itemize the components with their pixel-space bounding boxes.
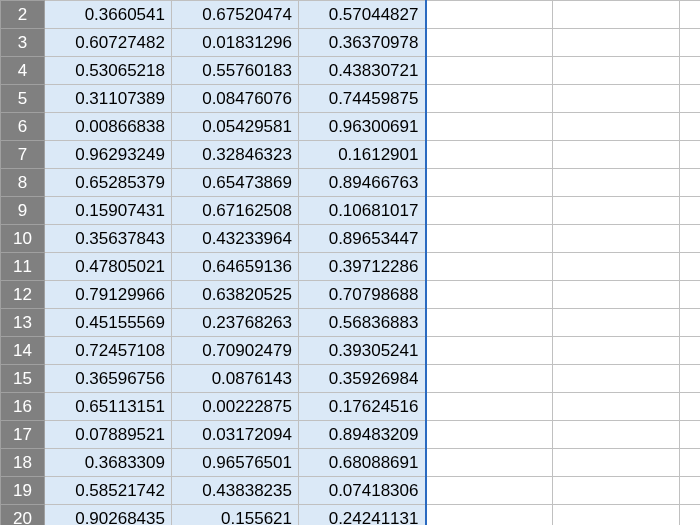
cell-empty[interactable]	[426, 337, 553, 365]
cell-empty[interactable]	[426, 29, 553, 57]
cell[interactable]: 0.3683309	[45, 449, 172, 477]
cell[interactable]: 0.65285379	[45, 169, 172, 197]
row-header[interactable]: 8	[1, 169, 45, 197]
cell[interactable]: 0.155621	[172, 505, 299, 526]
cell-empty[interactable]	[426, 197, 553, 225]
cell[interactable]: 0.1612901	[299, 141, 426, 169]
cell-empty[interactable]	[426, 225, 553, 253]
cell-empty[interactable]	[680, 505, 701, 526]
cell-empty[interactable]	[553, 421, 680, 449]
row-header[interactable]: 14	[1, 337, 45, 365]
cell[interactable]: 0.35637843	[45, 225, 172, 253]
row-header[interactable]: 5	[1, 85, 45, 113]
cell-empty[interactable]	[426, 365, 553, 393]
cell-empty[interactable]	[680, 477, 701, 505]
cell[interactable]: 0.39305241	[299, 337, 426, 365]
row-header[interactable]: 7	[1, 141, 45, 169]
cell[interactable]: 0.55760183	[172, 57, 299, 85]
cell[interactable]: 0.65473869	[172, 169, 299, 197]
cell-empty[interactable]	[680, 421, 701, 449]
cell[interactable]: 0.23768263	[172, 309, 299, 337]
cell-empty[interactable]	[553, 225, 680, 253]
cell[interactable]: 0.08476076	[172, 85, 299, 113]
cell[interactable]: 0.07418306	[299, 477, 426, 505]
cell[interactable]: 0.24241131	[299, 505, 426, 526]
cell[interactable]: 0.60727482	[45, 29, 172, 57]
row-header[interactable]: 20	[1, 505, 45, 526]
row-header[interactable]: 12	[1, 281, 45, 309]
cell[interactable]: 0.31107389	[45, 85, 172, 113]
cell[interactable]: 0.47805021	[45, 253, 172, 281]
cell[interactable]: 0.43233964	[172, 225, 299, 253]
cell-empty[interactable]	[553, 141, 680, 169]
cell-empty[interactable]	[426, 421, 553, 449]
cell[interactable]: 0.58521742	[45, 477, 172, 505]
cell[interactable]: 0.96300691	[299, 113, 426, 141]
cell[interactable]: 0.70798688	[299, 281, 426, 309]
row-header[interactable]: 17	[1, 421, 45, 449]
cell[interactable]: 0.00222875	[172, 393, 299, 421]
cell-empty[interactable]	[680, 337, 701, 365]
row-header[interactable]: 16	[1, 393, 45, 421]
cell-empty[interactable]	[680, 225, 701, 253]
cell-empty[interactable]	[553, 281, 680, 309]
cell[interactable]: 0.43830721	[299, 57, 426, 85]
cell[interactable]: 0.89483209	[299, 421, 426, 449]
cell[interactable]: 0.67162508	[172, 197, 299, 225]
cell[interactable]: 0.65113151	[45, 393, 172, 421]
cell[interactable]: 0.10681017	[299, 197, 426, 225]
cell-empty[interactable]	[680, 197, 701, 225]
cell[interactable]: 0.17624516	[299, 393, 426, 421]
cell[interactable]: 0.90268435	[45, 505, 172, 526]
cell[interactable]: 0.79129966	[45, 281, 172, 309]
cell[interactable]: 0.89653447	[299, 225, 426, 253]
cell-empty[interactable]	[553, 169, 680, 197]
row-header[interactable]: 6	[1, 113, 45, 141]
cell-empty[interactable]	[680, 449, 701, 477]
cell-empty[interactable]	[553, 253, 680, 281]
cell[interactable]: 0.00866838	[45, 113, 172, 141]
cell-empty[interactable]	[553, 337, 680, 365]
cell-empty[interactable]	[680, 85, 701, 113]
cell-empty[interactable]	[680, 393, 701, 421]
cell-empty[interactable]	[553, 477, 680, 505]
cell-empty[interactable]	[553, 449, 680, 477]
row-header[interactable]: 15	[1, 365, 45, 393]
cell[interactable]: 0.39712286	[299, 253, 426, 281]
cell-empty[interactable]	[553, 365, 680, 393]
cell[interactable]: 0.35926984	[299, 365, 426, 393]
cell-empty[interactable]	[680, 1, 701, 29]
cell[interactable]: 0.43838235	[172, 477, 299, 505]
cell-empty[interactable]	[553, 505, 680, 526]
cell[interactable]: 0.89466763	[299, 169, 426, 197]
cell-empty[interactable]	[426, 113, 553, 141]
cell-empty[interactable]	[426, 449, 553, 477]
cell-empty[interactable]	[426, 477, 553, 505]
row-header[interactable]: 18	[1, 449, 45, 477]
row-header[interactable]: 19	[1, 477, 45, 505]
spreadsheet-grid[interactable]: 20.36605410.675204740.5704482730.6072748…	[0, 0, 700, 525]
cell-empty[interactable]	[553, 85, 680, 113]
cell-empty[interactable]	[680, 253, 701, 281]
cell[interactable]: 0.15907431	[45, 197, 172, 225]
cell-empty[interactable]	[680, 29, 701, 57]
cell-empty[interactable]	[426, 85, 553, 113]
cell-empty[interactable]	[680, 169, 701, 197]
cell[interactable]: 0.96576501	[172, 449, 299, 477]
cell-empty[interactable]	[426, 141, 553, 169]
cell[interactable]: 0.56836883	[299, 309, 426, 337]
cell[interactable]: 0.72457108	[45, 337, 172, 365]
cell-empty[interactable]	[553, 309, 680, 337]
row-header[interactable]: 4	[1, 57, 45, 85]
cell[interactable]: 0.74459875	[299, 85, 426, 113]
cell-empty[interactable]	[680, 113, 701, 141]
row-header[interactable]: 11	[1, 253, 45, 281]
cell[interactable]: 0.45155569	[45, 309, 172, 337]
cell[interactable]: 0.57044827	[299, 1, 426, 29]
cell[interactable]: 0.03172094	[172, 421, 299, 449]
cell-empty[interactable]	[426, 169, 553, 197]
cell[interactable]: 0.36370978	[299, 29, 426, 57]
row-header[interactable]: 9	[1, 197, 45, 225]
cell-empty[interactable]	[553, 113, 680, 141]
row-header[interactable]: 2	[1, 1, 45, 29]
